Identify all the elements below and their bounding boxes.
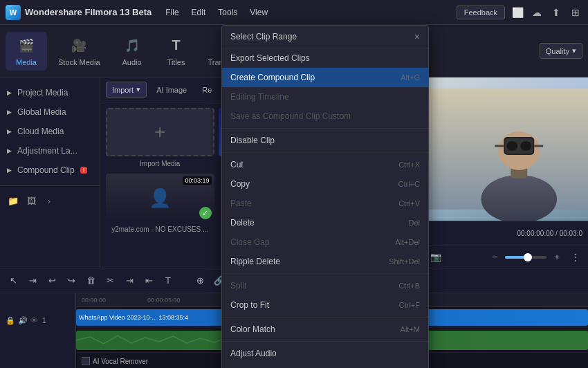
ctx-close-gap: Close Gap Alt+Del <box>222 232 428 252</box>
redo-icon[interactable]: ↪ <box>64 273 79 288</box>
upload-icon[interactable]: ⬆ <box>549 6 563 19</box>
media-thumb-clip1[interactable]: 👤 00:03:19 ✓ <box>106 174 214 222</box>
menu-bar: File Edit Tools View <box>160 5 273 20</box>
menu-view[interactable]: View <box>244 5 273 20</box>
ctx-paste: Paste Ctrl+V <box>222 194 428 213</box>
compound-clip-badge: ! <box>80 167 88 174</box>
ai-vocal-row: AI Vocal Remover <box>82 357 148 365</box>
magnet-icon[interactable]: ⊕ <box>192 273 208 288</box>
ctx-create-compound[interactable]: Create Compound Clip Alt+G <box>222 68 428 87</box>
ctx-delete-label: Delete <box>230 218 255 228</box>
ripple-icon[interactable]: ⇥ <box>25 273 40 288</box>
zoom-out-icon[interactable]: − <box>487 250 502 265</box>
ctx-divider-3 <box>222 273 428 274</box>
person-icon: 👤 <box>149 187 171 209</box>
ctx-color-match[interactable]: Color Match Alt+M <box>222 320 428 339</box>
timeline-left-panel: 🔒 🔊 👁 1 <box>0 293 76 368</box>
tool-audio[interactable]: 🎵 Audio <box>111 32 153 71</box>
track-number: 1 <box>42 317 46 324</box>
ctx-split: Split Ctrl+B <box>222 276 428 295</box>
ctx-editing-timeline: Editing Timeline <box>222 87 428 107</box>
text-icon[interactable]: T <box>160 273 176 288</box>
split-left-icon[interactable]: ⇤ <box>141 273 156 288</box>
ctx-ripple-delete[interactable]: Ripple Delete Shift+Del <box>222 252 428 271</box>
ctx-close-gap-shortcut: Alt+Del <box>395 238 420 246</box>
top-bar: W Wondershare Filmora 13 Beta File Edit … <box>0 0 588 25</box>
sidebar-item-adjustment[interactable]: ▶ Adjustment La... <box>0 141 100 160</box>
more-icon[interactable]: ⋮ <box>567 250 582 265</box>
ctx-divider-1 <box>222 128 428 129</box>
menu-file[interactable]: File <box>160 5 184 20</box>
speaker-icon[interactable]: 🔊 <box>18 316 28 325</box>
import-button[interactable]: Import ▾ <box>106 82 147 98</box>
ctx-color-match-label: Color Match <box>230 324 275 334</box>
ctx-save-compound: Save as Compound Clip Custom <box>222 107 428 126</box>
ctx-create-compound-label: Create Compound Clip <box>230 73 315 82</box>
tab-ai-image[interactable]: AI Image <box>151 83 192 97</box>
top-right: Feedback ⬜ ☁ ⬆ ⊞ <box>457 6 582 19</box>
lock-icon[interactable]: 🔒 <box>6 316 15 325</box>
tool-stock-media[interactable]: 🎥 Stock Media <box>50 32 109 71</box>
ctx-paste-label: Paste <box>230 199 252 208</box>
delete-icon[interactable]: 🗑 <box>83 273 98 288</box>
tool-stock-media-label: Stock Media <box>58 58 100 66</box>
toolbar-right: Quality ▾ <box>540 43 582 59</box>
arrow-icon: ▶ <box>7 128 12 135</box>
context-menu-title: Select Clip Range <box>230 32 297 42</box>
menu-tools[interactable]: Tools <box>212 5 243 20</box>
ctx-detach-audio[interactable]: Detach Audio Ctrl+Alt+D <box>222 363 428 368</box>
titles-icon: T <box>167 36 186 55</box>
sidebar-adjustment-label: Adjustment La... <box>17 146 77 156</box>
media-item-clip1[interactable]: 👤 00:03:19 ✓ y2mate.com - NO EXCUSES ... <box>106 174 214 235</box>
volume-slider[interactable] <box>505 256 546 259</box>
cloud-icon[interactable]: ☁ <box>530 6 544 19</box>
ctx-adjust-audio[interactable]: Adjust Audio <box>222 344 428 363</box>
arrow-icon: ▶ <box>7 167 12 174</box>
context-menu-close[interactable]: × <box>414 31 420 42</box>
undo-icon[interactable]: ↩ <box>44 273 59 288</box>
sidebar-item-cloud-media[interactable]: ▶ Cloud Media <box>0 122 100 141</box>
ai-vocal-checkbox[interactable] <box>82 357 90 365</box>
ctx-disable-clip[interactable]: Disable Clip <box>222 131 428 150</box>
grid-icon[interactable]: ⊞ <box>569 6 582 19</box>
ctx-paste-shortcut: Ctrl+V <box>398 199 420 208</box>
tab-re[interactable]: Re <box>196 83 217 97</box>
cut-icon[interactable]: ✂ <box>102 273 118 288</box>
quality-select[interactable]: Quality ▾ <box>540 43 582 59</box>
ctx-export-selected-label: Export Selected Clips <box>230 53 310 63</box>
chevron-right-icon[interactable]: › <box>43 194 55 207</box>
sidebar-item-project-media[interactable]: ▶ Project Media <box>0 83 100 102</box>
cursor-icon[interactable]: ↖ <box>6 273 21 288</box>
ctx-split-shortcut: Ctrl+B <box>398 282 420 290</box>
sidebar-item-global-media[interactable]: ▶ Global Media <box>0 102 100 122</box>
monitor-icon[interactable]: ⬜ <box>511 6 524 19</box>
tool-media[interactable]: 🎬 Media <box>6 32 47 71</box>
ctx-disable-clip-label: Disable Clip <box>230 136 275 145</box>
eye-icon[interactable]: 👁 <box>30 316 38 324</box>
ctx-export-selected[interactable]: Export Selected Clips <box>222 48 428 68</box>
split-right-icon[interactable]: ⇥ <box>122 273 137 288</box>
import-label: Import <box>112 86 134 94</box>
menu-edit[interactable]: Edit <box>186 5 212 20</box>
camera-icon[interactable]: 📷 <box>428 250 443 265</box>
tool-titles[interactable]: T Titles <box>156 32 197 71</box>
audio-icon: 🎵 <box>122 36 142 55</box>
ctx-divider-2 <box>222 152 428 153</box>
ctx-copy-shortcut: Ctrl+C <box>398 180 420 188</box>
ctx-crop-to-fit[interactable]: Crop to Fit Ctrl+F <box>222 295 428 315</box>
context-menu: Select Clip Range × Export Selected Clip… <box>221 25 429 368</box>
zoom-in-icon[interactable]: + <box>549 250 564 265</box>
tool-audio-label: Audio <box>122 58 141 66</box>
feedback-button[interactable]: Feedback <box>457 6 505 19</box>
ctx-copy[interactable]: Copy Ctrl+C <box>222 174 428 194</box>
image-icon[interactable]: 🖼 <box>25 194 37 207</box>
ctx-cut[interactable]: Cut Ctrl+X <box>222 155 428 174</box>
app-logo: W Wondershare Filmora 13 Beta <box>6 5 151 20</box>
ctx-cut-label: Cut <box>230 160 244 169</box>
sidebar-item-compound-clip[interactable]: ▶ Compound Clip ! <box>0 160 100 180</box>
ctx-delete[interactable]: Delete Del <box>222 213 428 232</box>
add-media-button[interactable]: + <box>106 108 214 156</box>
ctx-split-label: Split <box>230 281 246 291</box>
sidebar-compound-clip-label: Compound Clip <box>17 165 75 175</box>
folder-icon[interactable]: 📁 <box>7 194 19 207</box>
